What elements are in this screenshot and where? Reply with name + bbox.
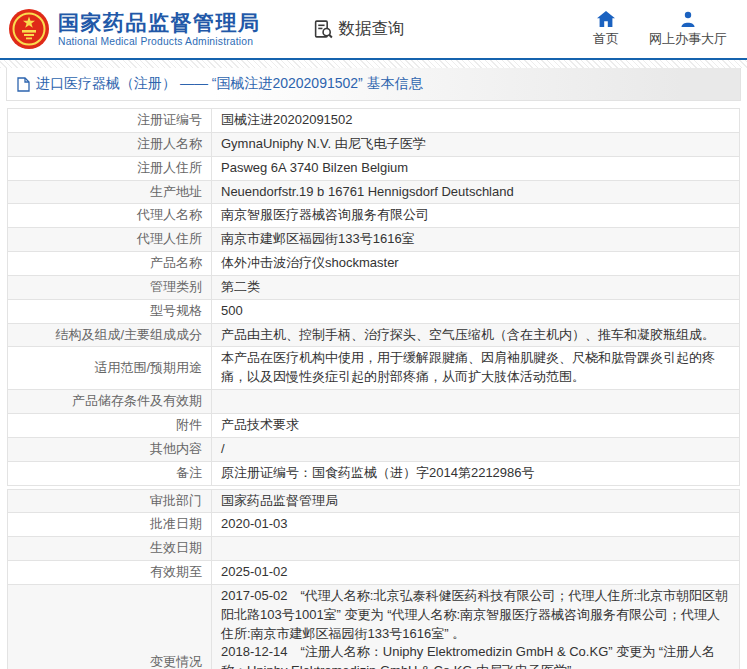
table-row: 产品名称体外冲击波治疗仪shockmaster bbox=[8, 252, 740, 276]
field-label: 附件 bbox=[8, 413, 212, 437]
table-row: 生产地址Neuendorfstr.19 b 16761 Hennigsdorf … bbox=[8, 180, 740, 204]
field-value: Neuendorfstr.19 b 16761 Hennigsdorf Deut… bbox=[212, 180, 740, 204]
document-icon bbox=[17, 77, 30, 92]
table-row: 备注原注册证编号：国食药监械（进）字2014第2212986号 bbox=[8, 461, 740, 485]
field-label: 生产地址 bbox=[8, 180, 212, 204]
table-row: 注册人名称GymnaUniphy N.V. 由尼飞电子医学 bbox=[8, 132, 740, 156]
table-row: 适用范围/预期用途本产品在医疗机构中使用，用于缓解跟腱痛、因肩袖肌腱炎、尺桡和肱… bbox=[8, 347, 740, 390]
field-value: 南京市建邺区福园街133号1616室 bbox=[212, 228, 740, 252]
breadcrumb-text: 进口医疗器械（注册） —— “国械注进20202091502” 基本信息 bbox=[36, 75, 423, 93]
field-value: 国械注进20202091502 bbox=[212, 109, 740, 133]
field-value: 国家药品监督管理局 bbox=[212, 489, 740, 513]
field-value: 2025-01-02 bbox=[212, 561, 740, 585]
table-row: 管理类别第二类 bbox=[8, 275, 740, 299]
basic-info-table: 注册证编号国械注进20202091502注册人名称GymnaUniphy N.V… bbox=[7, 108, 740, 486]
field-label: 产品名称 bbox=[8, 252, 212, 276]
table-row: 结构及组成/主要组成成分产品由主机、控制手柄、治疗探头、空气压缩机（含在主机内）… bbox=[8, 323, 740, 347]
field-value: Pasweg 6A 3740 Bilzen Belgium bbox=[212, 156, 740, 180]
table-row: 其他内容/ bbox=[8, 437, 740, 461]
field-value: 产品技术要求 bbox=[212, 413, 740, 437]
table-row: 审批部门国家药品监督管理局 bbox=[8, 489, 740, 513]
nav-service-hall[interactable]: 网上办事大厅 bbox=[649, 11, 727, 48]
agency-title: 国家药品监督管理局 bbox=[58, 11, 261, 34]
site-header: 国家药品监督管理局 National Medical Products Admi… bbox=[0, 0, 747, 58]
field-label: 批准日期 bbox=[8, 513, 212, 537]
field-value: 500 bbox=[212, 299, 740, 323]
nav-home[interactable]: 首页 bbox=[593, 11, 619, 48]
user-icon bbox=[680, 11, 696, 27]
approval-info-table: 审批部门国家药品监督管理局批准日期2020-01-03生效日期有效期至2025-… bbox=[7, 489, 740, 669]
document-search-icon bbox=[313, 19, 334, 40]
table-row: 注册人住所Pasweg 6A 3740 Bilzen Belgium bbox=[8, 156, 740, 180]
home-icon bbox=[597, 11, 615, 27]
table-row: 生效日期 bbox=[8, 537, 740, 561]
breadcrumb: 进口医疗器械（注册） —— “国械注进20202091502” 基本信息 bbox=[6, 68, 741, 101]
agency-logo: 国家药品监督管理局 National Medical Products Admi… bbox=[8, 8, 261, 50]
field-label: 代理人住所 bbox=[8, 228, 212, 252]
table-row: 批准日期2020-01-03 bbox=[8, 513, 740, 537]
field-label: 审批部门 bbox=[8, 489, 212, 513]
data-query-tab[interactable]: 数据查询 bbox=[313, 18, 405, 40]
table-row: 附件产品技术要求 bbox=[8, 413, 740, 437]
registration-detail: 注册证编号国械注进20202091502注册人名称GymnaUniphy N.V… bbox=[0, 101, 747, 669]
nav-home-label: 首页 bbox=[593, 30, 619, 48]
field-value: GymnaUniphy N.V. 由尼飞电子医学 bbox=[212, 132, 740, 156]
field-label: 注册证编号 bbox=[8, 109, 212, 133]
field-value: 2020-01-03 bbox=[212, 513, 740, 537]
field-label: 注册人名称 bbox=[8, 132, 212, 156]
field-value: 产品由主机、控制手柄、治疗探头、空气压缩机（含在主机内）、推车和凝胶瓶组成。 bbox=[212, 323, 740, 347]
top-nav: 首页 网上办事大厅 bbox=[593, 11, 737, 48]
field-value: 南京智服医疗器械咨询服务有限公司 bbox=[212, 204, 740, 228]
field-label: 变更情况 bbox=[8, 584, 212, 669]
decorative-hatch bbox=[0, 60, 747, 68]
field-label: 生效日期 bbox=[8, 537, 212, 561]
table-row: 代理人住所南京市建邺区福园街133号1616室 bbox=[8, 228, 740, 252]
field-value: 第二类 bbox=[212, 275, 740, 299]
nav-service-hall-label: 网上办事大厅 bbox=[649, 30, 727, 48]
field-label: 型号规格 bbox=[8, 299, 212, 323]
field-label: 产品储存条件及有效期 bbox=[8, 390, 212, 414]
field-value: 原注册证编号：国食药监械（进）字2014第2212986号 bbox=[212, 461, 740, 485]
field-label: 代理人名称 bbox=[8, 204, 212, 228]
field-label: 其他内容 bbox=[8, 437, 212, 461]
field-value: 体外冲击波治疗仪shockmaster bbox=[212, 252, 740, 276]
field-value: / bbox=[212, 437, 740, 461]
field-label: 结构及组成/主要组成成分 bbox=[8, 323, 212, 347]
field-label: 注册人住所 bbox=[8, 156, 212, 180]
table-row: 有效期至2025-01-02 bbox=[8, 561, 740, 585]
field-label: 适用范围/预期用途 bbox=[8, 347, 212, 390]
field-value: 2017-05-02 “代理人名称:北京弘泰科健医药科技有限公司；代理人住所:北… bbox=[212, 584, 740, 669]
field-value bbox=[212, 537, 740, 561]
field-label: 管理类别 bbox=[8, 275, 212, 299]
field-value bbox=[212, 390, 740, 414]
table-row: 产品储存条件及有效期 bbox=[8, 390, 740, 414]
field-label: 有效期至 bbox=[8, 561, 212, 585]
agency-subtitle: National Medical Products Administration bbox=[58, 36, 261, 47]
table-row: 变更情况2017-05-02 “代理人名称:北京弘泰科健医药科技有限公司；代理人… bbox=[8, 584, 740, 669]
field-value: 本产品在医疗机构中使用，用于缓解跟腱痛、因肩袖肌腱炎、尺桡和肱骨踝炎引起的疼痛，… bbox=[212, 347, 740, 390]
table-row: 代理人名称南京智服医疗器械咨询服务有限公司 bbox=[8, 204, 740, 228]
data-query-label: 数据查询 bbox=[339, 18, 405, 40]
table-row: 型号规格500 bbox=[8, 299, 740, 323]
agency-name-block: 国家药品监督管理局 National Medical Products Admi… bbox=[58, 11, 261, 47]
national-emblem-icon bbox=[8, 8, 50, 50]
table-row: 注册证编号国械注进20202091502 bbox=[8, 109, 740, 133]
page: 国家药品监督管理局 National Medical Products Admi… bbox=[0, 0, 747, 669]
field-label: 备注 bbox=[8, 461, 212, 485]
